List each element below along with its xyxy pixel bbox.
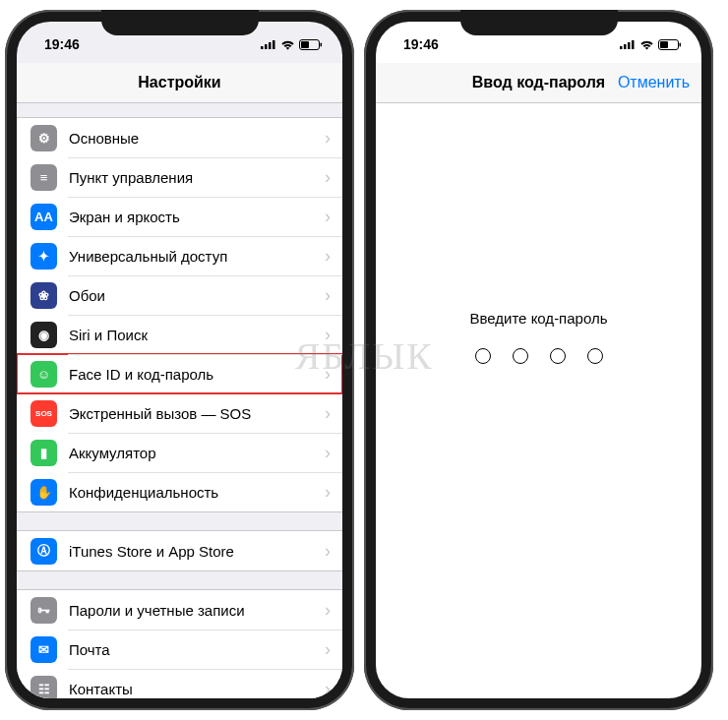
chevron-right-icon: ›	[325, 246, 342, 267]
chevron-right-icon: ›	[325, 541, 342, 562]
appstore-icon: Ⓐ	[30, 538, 57, 565]
row-label: iTunes Store и App Store	[69, 543, 325, 560]
chevron-right-icon: ›	[325, 443, 342, 463]
svg-rect-7	[620, 46, 623, 49]
key-icon: 🗝	[30, 597, 57, 624]
passcode-dots[interactable]	[475, 348, 603, 364]
chevron-right-icon: ›	[325, 167, 342, 188]
settings-row-battery[interactable]: ▮Аккумулятор›	[17, 433, 342, 472]
svg-rect-5	[301, 41, 309, 48]
chevron-right-icon: ›	[325, 128, 342, 149]
row-label: Контакты	[69, 681, 325, 697]
passcode-prompt: Введите код-пароль	[469, 310, 607, 327]
row-label: Экстренный вызов — SOS	[69, 405, 325, 422]
battery-icon	[299, 39, 323, 50]
chevron-right-icon: ›	[325, 639, 342, 660]
contacts-icon: ☷	[30, 676, 57, 699]
wifi-icon	[639, 39, 654, 50]
notch	[101, 10, 259, 35]
svg-rect-6	[321, 42, 323, 46]
text-size-icon: AA	[30, 204, 57, 230]
page-title: Настройки	[138, 74, 220, 91]
signal-icon	[261, 39, 276, 49]
svg-rect-13	[680, 42, 682, 46]
chevron-right-icon: ›	[325, 364, 342, 385]
settings-row-faceid[interactable]: ☺Face ID и код-пароль›	[17, 354, 342, 393]
row-label: Экран и яркость	[69, 209, 325, 225]
settings-row-accessibility[interactable]: ✦Универсальный доступ›	[17, 236, 342, 275]
chevron-right-icon: ›	[325, 679, 342, 699]
status-icons	[261, 39, 323, 50]
settings-row-display[interactable]: AAЭкран и яркость›	[17, 197, 342, 236]
accessibility-icon: ✦	[30, 243, 57, 270]
passcode-dot	[475, 348, 491, 364]
notch	[460, 10, 618, 35]
settings-row-passwords[interactable]: 🗝Пароли и учетные записи›	[17, 590, 342, 630]
battery-icon: ▮	[30, 440, 57, 466]
faceid-icon: ☺	[30, 361, 57, 388]
row-label: Пункт управления	[69, 169, 325, 186]
settings-group: ⒶiTunes Store и App Store›	[17, 530, 342, 571]
settings-row-general[interactable]: ⚙Основные›	[17, 118, 342, 157]
row-label: Универсальный доступ	[69, 248, 325, 265]
chevron-right-icon: ›	[325, 600, 342, 621]
settings-row-sos[interactable]: SOSЭкстренный вызов — SOS›	[17, 393, 342, 433]
passcode-dot	[550, 348, 566, 364]
row-label: Face ID и код-пароль	[69, 366, 325, 383]
status-icons	[620, 39, 682, 50]
svg-rect-10	[632, 40, 635, 49]
settings-row-control[interactable]: ≡Пункт управления›	[17, 157, 342, 197]
siri-icon: ◉	[30, 322, 57, 348]
settings-row-mail[interactable]: ✉Почта›	[17, 630, 342, 669]
row-label: Пароли и учетные записи	[69, 602, 325, 619]
svg-rect-2	[269, 42, 272, 49]
settings-group: ⚙Основные›≡Пункт управления›AAЭкран и яр…	[17, 117, 342, 512]
page-title: Ввод код-пароля	[472, 74, 605, 91]
status-time: 19:46	[44, 36, 80, 52]
svg-rect-12	[660, 41, 668, 48]
navbar-passcode: Ввод код-пароля Отменить	[376, 63, 701, 103]
svg-rect-1	[265, 44, 268, 49]
mail-icon: ✉	[30, 636, 57, 663]
phone-left: 19:46 Настройки ⚙Основные›≡Пункт управле…	[5, 10, 354, 710]
sos-icon: SOS	[30, 400, 57, 427]
svg-rect-0	[261, 46, 264, 49]
row-label: Аккумулятор	[69, 445, 325, 461]
row-label: Обои	[69, 287, 325, 304]
settings-row-itunes[interactable]: ⒶiTunes Store и App Store›	[17, 531, 342, 570]
settings-list[interactable]: ⚙Основные›≡Пункт управления›AAЭкран и яр…	[17, 103, 342, 698]
chevron-right-icon: ›	[325, 325, 342, 345]
cancel-button[interactable]: Отменить	[618, 74, 690, 91]
hand-icon: ✋	[30, 479, 57, 506]
navbar-settings: Настройки	[17, 63, 342, 103]
row-label: Основные	[69, 130, 325, 147]
status-time: 19:46	[403, 36, 439, 52]
svg-rect-3	[273, 40, 275, 49]
passcode-dot	[513, 348, 528, 364]
chevron-right-icon: ›	[325, 207, 342, 227]
passcode-dot	[587, 348, 603, 364]
wifi-icon	[280, 39, 295, 50]
row-label: Siri и Поиск	[69, 327, 325, 343]
svg-rect-8	[624, 44, 627, 49]
settings-row-contacts[interactable]: ☷Контакты›	[17, 669, 342, 698]
row-label: Почта	[69, 641, 325, 658]
signal-icon	[620, 39, 636, 49]
phone-right: 19:46 Ввод код-пароля Отменить Введите к…	[364, 10, 713, 710]
settings-row-siri[interactable]: ◉Siri и Поиск›	[17, 315, 342, 354]
chevron-right-icon: ›	[325, 285, 342, 306]
settings-row-wallpaper[interactable]: ❀Обои›	[17, 275, 342, 315]
settings-row-privacy[interactable]: ✋Конфиденциальность›	[17, 472, 342, 511]
chevron-right-icon: ›	[325, 482, 342, 503]
chevron-right-icon: ›	[325, 403, 342, 424]
battery-icon	[658, 39, 682, 50]
row-label: Конфиденциальность	[69, 484, 325, 501]
wallpaper-icon: ❀	[30, 282, 57, 309]
passcode-body: Введите код-пароль	[376, 103, 701, 698]
settings-group: 🗝Пароли и учетные записи›✉Почта›☷Контакт…	[17, 589, 342, 698]
svg-rect-9	[628, 42, 631, 49]
sliders-icon: ≡	[30, 164, 57, 191]
gear-icon: ⚙	[30, 125, 57, 151]
